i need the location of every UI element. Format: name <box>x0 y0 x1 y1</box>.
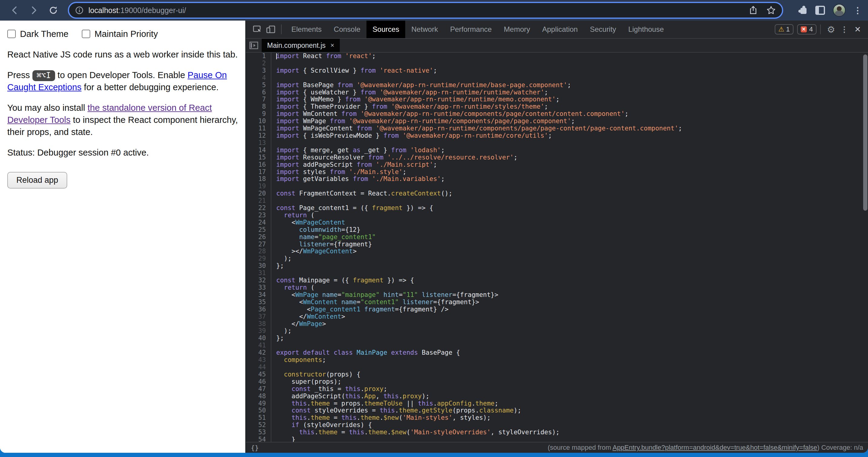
back-button[interactable] <box>7 3 22 18</box>
tab-performance[interactable]: Performance <box>444 21 498 38</box>
extensions-button[interactable] <box>798 6 807 15</box>
maintain-priority-checkbox[interactable] <box>82 30 90 38</box>
source-map-link[interactable]: AppEntry.bundle?platform=android&dev=tru… <box>612 444 817 451</box>
line-number[interactable]: 18 <box>246 175 266 183</box>
line-number[interactable]: 8 <box>246 103 266 110</box>
pretty-print-button[interactable]: {} <box>251 444 259 452</box>
line-number[interactable]: 51 <box>246 414 266 422</box>
code-lines[interactable]: import React from 'react';import { Scrol… <box>271 53 868 442</box>
scrollbar-thumb[interactable] <box>863 55 867 210</box>
line-number[interactable]: 7 <box>246 96 266 103</box>
dark-theme-checkbox[interactable] <box>7 30 16 38</box>
address-bar[interactable]: localhost:19000/debugger-ui/ <box>68 2 783 19</box>
line-number[interactable]: 45 <box>246 371 266 378</box>
line-number[interactable]: 37 <box>246 313 266 321</box>
device-toolbar-button[interactable] <box>264 23 277 36</box>
tab-elements[interactable]: Elements <box>285 21 328 38</box>
close-devtools-button[interactable]: ✕ <box>851 23 864 36</box>
file-tab-main-component[interactable]: Main.component.js × <box>262 39 340 52</box>
code-line <box>276 183 868 190</box>
line-number[interactable]: 34 <box>246 291 266 299</box>
line-number[interactable]: 47 <box>246 386 266 393</box>
line-number[interactable]: 5 <box>246 82 266 89</box>
line-number[interactable]: 30 <box>246 262 266 270</box>
sources-file-tabs: Main.component.js × <box>246 39 868 53</box>
line-number[interactable]: 1 <box>246 53 266 60</box>
line-number[interactable]: 36 <box>246 306 266 313</box>
side-panel-button[interactable] <box>815 6 825 15</box>
line-number[interactable]: 6 <box>246 89 266 96</box>
bookmark-button[interactable] <box>766 5 776 15</box>
forward-icon <box>29 5 39 15</box>
line-number[interactable]: 41 <box>246 342 266 349</box>
line-number[interactable]: 2 <box>246 60 266 67</box>
line-number[interactable]: 38 <box>246 321 266 328</box>
line-number[interactable]: 25 <box>246 226 266 234</box>
tab-application[interactable]: Application <box>536 21 584 38</box>
line-number[interactable]: 19 <box>246 183 266 190</box>
line-number[interactable]: 12 <box>246 132 266 139</box>
line-number[interactable]: 15 <box>246 154 266 161</box>
line-number[interactable]: 3 <box>246 67 266 74</box>
line-number[interactable]: 24 <box>246 219 266 226</box>
line-number[interactable]: 31 <box>246 270 266 277</box>
line-number[interactable]: 16 <box>246 161 266 169</box>
line-number[interactable]: 21 <box>246 197 266 205</box>
line-number[interactable]: 29 <box>246 255 266 262</box>
forward-button[interactable] <box>27 3 41 18</box>
line-number[interactable]: 50 <box>246 407 266 414</box>
debugger-page: Dark Theme Maintain Priority React Nativ… <box>0 21 245 453</box>
line-number[interactable]: 39 <box>246 327 266 335</box>
reload-button[interactable] <box>46 3 61 18</box>
browser-menu-button[interactable]: ⋮ <box>854 5 862 15</box>
share-button[interactable] <box>749 6 758 15</box>
tab-lighthouse[interactable]: Lighthouse <box>622 21 670 38</box>
line-number[interactable]: 40 <box>246 335 266 342</box>
line-number[interactable]: 20 <box>246 190 266 197</box>
line-number[interactable]: 14 <box>246 147 266 154</box>
tab-security[interactable]: Security <box>584 21 622 38</box>
line-number[interactable]: 33 <box>246 284 266 291</box>
editor-scrollbar[interactable] <box>863 53 868 442</box>
line-number[interactable]: 48 <box>246 393 266 400</box>
line-number[interactable]: 54 <box>246 436 266 442</box>
tab-console[interactable]: Console <box>328 21 367 38</box>
line-number[interactable]: 49 <box>246 400 266 407</box>
code-line: import { ThemeProvider } from '@wavemake… <box>276 103 868 110</box>
tab-network[interactable]: Network <box>405 21 444 38</box>
reload-app-button[interactable]: Reload app <box>7 172 67 189</box>
warnings-badge[interactable]: ⚠1 <box>775 24 794 34</box>
gutter[interactable]: 1234567891011121314151617181920212223242… <box>246 53 271 442</box>
line-number[interactable]: 23 <box>246 212 266 219</box>
url-text[interactable]: localhost:19000/debugger-ui/ <box>88 6 186 15</box>
line-number[interactable]: 22 <box>246 205 266 212</box>
inspect-element-button[interactable] <box>251 23 264 36</box>
line-number[interactable]: 52 <box>246 422 266 429</box>
tab-memory[interactable]: Memory <box>498 21 536 38</box>
code-editor[interactable]: 1234567891011121314151617181920212223242… <box>246 53 868 442</box>
code-line: const _this = this.proxy; <box>276 386 868 393</box>
line-number[interactable]: 10 <box>246 118 266 125</box>
profile-button[interactable] <box>833 4 845 17</box>
line-number[interactable]: 42 <box>246 349 266 357</box>
line-number[interactable]: 44 <box>246 364 266 371</box>
line-number[interactable]: 27 <box>246 241 266 248</box>
line-number[interactable]: 53 <box>246 429 266 436</box>
issues-badge[interactable]: ✕4 <box>797 24 816 34</box>
close-file-tab-icon[interactable]: × <box>331 41 334 49</box>
line-number[interactable]: 28 <box>246 248 266 255</box>
line-number[interactable]: 43 <box>246 357 266 364</box>
line-number[interactable]: 35 <box>246 299 266 306</box>
line-number[interactable]: 26 <box>246 234 266 241</box>
line-number[interactable]: 4 <box>246 74 266 82</box>
line-number[interactable]: 11 <box>246 125 266 132</box>
line-number[interactable]: 46 <box>246 378 266 386</box>
settings-button[interactable]: ⚙ <box>825 23 838 36</box>
line-number[interactable]: 9 <box>246 110 266 118</box>
show-navigator-button[interactable] <box>246 39 262 52</box>
line-number[interactable]: 32 <box>246 277 266 284</box>
line-number[interactable]: 13 <box>246 139 266 147</box>
tab-sources[interactable]: Sources <box>367 21 405 38</box>
line-number[interactable]: 17 <box>246 169 266 176</box>
devtools-menu-button[interactable]: ⋮ <box>838 23 851 36</box>
